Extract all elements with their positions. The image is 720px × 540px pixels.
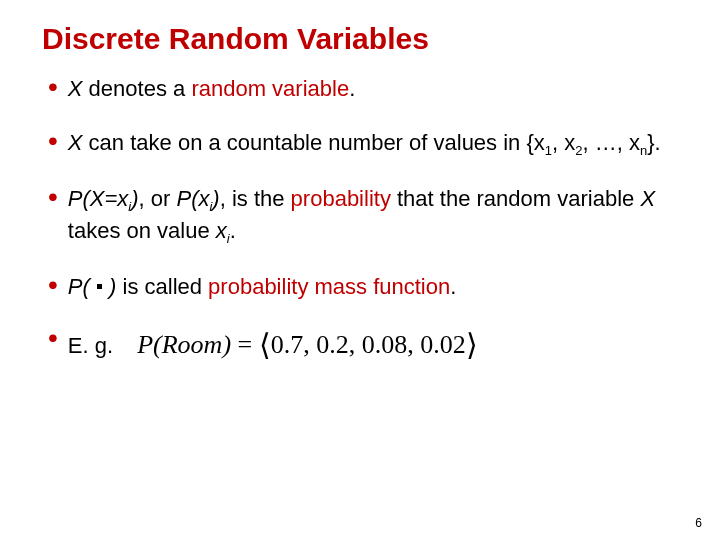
text: denotes a [83,76,192,101]
text: }. [647,130,660,155]
text: , x [552,130,575,155]
bullet-5: • E. g. P(Room) = ⟨0.7, 0.2, 0.08, 0.02⟩ [48,325,680,366]
var-xi: x [216,218,227,243]
text: , is the [220,186,291,211]
bullet-4: • P( ) is called probability mass functi… [48,272,680,302]
expr: P( [68,274,96,299]
text: . [450,274,456,299]
var-x: X [640,186,655,211]
text: that the random variable [391,186,640,211]
bullet-dot-icon: • [48,130,58,152]
slide-content: • X denotes a random variable. • X can t… [0,56,720,366]
text: is called [116,274,208,299]
expr: P(X=x [68,186,129,211]
var-x: X [68,130,83,155]
term-probability: probability [291,186,391,211]
bullet-5-text: E. g. P(Room) = ⟨0.7, 0.2, 0.08, 0.02⟩ [68,325,478,366]
text: . [349,76,355,101]
eq-values: 0.7, 0.2, 0.08, 0.02 [271,330,466,359]
bullet-2: • X can take on a countable number of va… [48,128,680,160]
var-x: X [68,76,83,101]
expr: ) [103,274,116,299]
angle-bracket-right-icon: ⟩ [466,328,478,361]
eq-equals: = [231,330,259,359]
page-number: 6 [695,516,702,530]
placeholder-dot-icon [97,284,102,289]
term-random-variable: random variable [191,76,349,101]
equation: P(Room) = ⟨0.7, 0.2, 0.08, 0.02⟩ [137,330,478,359]
expr: ) [212,186,219,211]
text: . [230,218,236,243]
angle-bracket-left-icon: ⟨ [259,328,271,361]
subscript: 2 [575,143,582,158]
bullet-2-text: X can take on a countable number of valu… [68,128,661,160]
subscript: 1 [545,143,552,158]
eg-label: E. g. [68,333,113,358]
bullet-1-text: X denotes a random variable. [68,74,355,104]
bullet-dot-icon: • [48,327,58,349]
expr: P(x [176,186,209,211]
text: can take on a countable number of values… [83,130,545,155]
text: , …, x [583,130,640,155]
expr: ) [131,186,138,211]
text: takes on value [68,218,216,243]
bullet-dot-icon: • [48,186,58,208]
eq-lhs: P(Room) [137,330,231,359]
slide-title: Discrete Random Variables [0,0,720,56]
bullet-1: • X denotes a random variable. [48,74,680,104]
bullet-3: • P(X=xi), or P(xi), is the probability … [48,184,680,248]
bullet-3-text: P(X=xi), or P(xi), is the probability th… [68,184,680,248]
bullet-dot-icon: • [48,76,58,98]
bullet-dot-icon: • [48,274,58,296]
text: , or [139,186,177,211]
bullet-4-text: P( ) is called probability mass function… [68,272,457,302]
term-pmf: probability mass function [208,274,450,299]
